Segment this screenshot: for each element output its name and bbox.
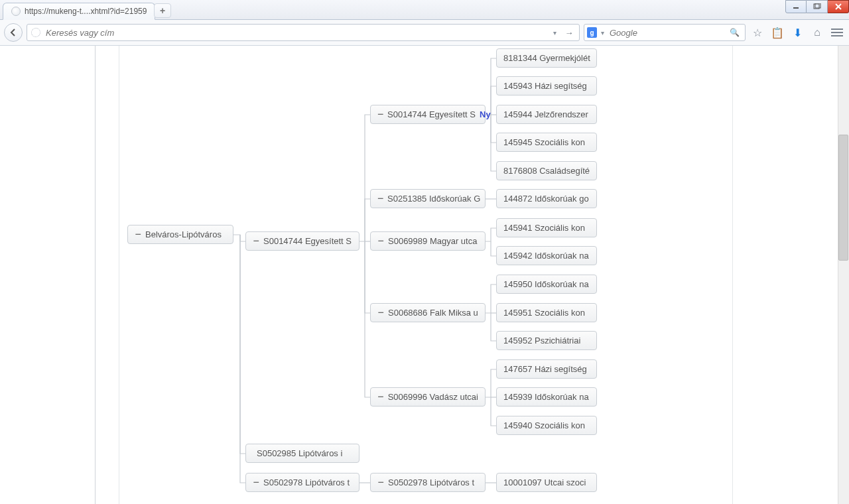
tree-leaf[interactable]: 145943 Házi segítség	[496, 76, 597, 95]
tree-leaf[interactable]: 147657 Házi segítség	[496, 359, 597, 379]
tree-node-root[interactable]: − Belváros-Lipótváros	[127, 225, 233, 244]
tree-node-l1a[interactable]: − S0014744 Egyesített S	[245, 231, 359, 251]
tab-title: https://mukeng-t....xhtml?id=21959	[25, 7, 147, 16]
node-label: 145944 Jelzőrendszer	[503, 109, 588, 119]
node-label: 8176808 Családsegíté	[503, 166, 590, 176]
tree-leaf[interactable]: 8176808 Családsegíté	[496, 161, 597, 180]
collapse-icon[interactable]: −	[253, 236, 259, 246]
window-close-button[interactable]	[828, 0, 849, 13]
tree-node-l2e[interactable]: − S0069996 Vadász utcai	[370, 387, 486, 407]
tree-leaf[interactable]: 145952 Pszichiátriai	[496, 331, 597, 350]
tree-leaf[interactable]: 145950 Időskorúak na	[496, 275, 597, 294]
collapse-icon[interactable]: −	[377, 392, 384, 402]
node-label: S0068686 Falk Miksa u	[388, 308, 478, 318]
minimize-icon	[793, 4, 799, 9]
tree-node-l2a[interactable]: − S0014744 Egyesített S Ny	[370, 105, 486, 124]
tree-node-l2d[interactable]: − S0068686 Falk Miksa u	[370, 303, 486, 322]
tree-leaf[interactable]: 145951 Szociális kon	[496, 303, 597, 322]
collapse-icon[interactable]: −	[377, 194, 383, 204]
collapse-icon[interactable]: −	[135, 229, 141, 239]
tree-leaf[interactable]: 145939 Időskorúak na	[496, 387, 597, 407]
node-label: S0502985 Lipótváros i	[257, 448, 342, 458]
node-label: S0014744 Egyesített S	[263, 236, 352, 246]
clipboard-icon: 📋	[771, 27, 784, 39]
maximize-icon	[813, 3, 821, 10]
tree-node-l2b[interactable]: − S0251385 Időskorúak G	[370, 189, 486, 208]
browser-tab[interactable]: https://mukeng-t....xhtml?id=21959	[3, 3, 155, 20]
node-label: 147657 Házi segítség	[503, 364, 587, 374]
tree-leaf[interactable]: 10001097 Utcai szoci	[496, 473, 597, 492]
tab-strip: https://mukeng-t....xhtml?id=21959 +	[0, 0, 849, 20]
close-icon	[834, 3, 842, 10]
node-label: Belváros-Lipótváros	[145, 229, 222, 239]
google-icon: g	[587, 27, 597, 38]
arrow-left-icon	[9, 28, 18, 37]
tree-node-l2f[interactable]: − S0502978 Lipótváros t	[370, 473, 486, 492]
window-minimize-button[interactable]	[785, 0, 807, 13]
chevron-down-icon[interactable]: ▾	[551, 29, 559, 36]
collapse-icon[interactable]: −	[377, 477, 384, 487]
tree-leaf[interactable]: 145944 Jelzőrendszer	[496, 105, 597, 124]
node-label: S0502978 Lipótváros t	[263, 477, 350, 487]
scrollbar[interactable]	[838, 46, 849, 504]
downloads-button[interactable]: ⬇	[789, 25, 805, 40]
node-label: 145940 Szociális kon	[503, 420, 585, 430]
tree-leaf[interactable]: 145945 Szociális kon	[496, 133, 597, 152]
search-icon[interactable]: 🔍	[727, 28, 742, 37]
search-input[interactable]	[608, 27, 723, 38]
node-label: S0014744 Egyesített S	[387, 109, 476, 119]
page-icon	[11, 7, 21, 16]
node-label: S0069996 Vadász utcai	[388, 392, 478, 402]
library-button[interactable]: 📋	[769, 25, 785, 40]
badge-ny: Ny	[480, 109, 491, 119]
download-icon: ⬇	[793, 27, 802, 39]
node-label: 145952 Pszichiátriai	[503, 336, 580, 346]
tree-node-l2c[interactable]: − S0069989 Magyar utca	[370, 231, 486, 251]
back-button[interactable]	[4, 23, 23, 42]
node-label: 145951 Szociális kon	[503, 308, 585, 318]
home-button[interactable]: ⌂	[809, 25, 825, 40]
node-label: 8181344 Gyermekjólét	[503, 53, 590, 63]
url-box[interactable]: ▾ →	[27, 24, 580, 41]
scrollbar-thumb[interactable]	[838, 135, 848, 261]
node-label: 10001097 Utcai szoci	[503, 477, 586, 487]
collapse-icon[interactable]: −	[253, 477, 259, 487]
collapse-icon[interactable]: −	[377, 236, 384, 246]
globe-icon	[31, 28, 40, 37]
node-label: 145939 Időskorúak na	[503, 392, 589, 402]
node-label: S0502978 Lipótváros t	[388, 477, 474, 487]
home-icon: ⌂	[814, 27, 820, 38]
node-label: S0251385 Időskorúak G	[387, 194, 480, 204]
node-label: 145945 Szociális kon	[503, 137, 585, 147]
bookmark-button[interactable]: ☆	[750, 25, 765, 40]
hamburger-icon	[830, 26, 844, 39]
menu-button[interactable]	[829, 25, 845, 40]
search-box[interactable]: g ▾ 🔍	[584, 24, 746, 41]
tree-node-l1b[interactable]: S0502985 Lipótváros i	[245, 444, 359, 463]
new-tab-button[interactable]: +	[154, 3, 171, 18]
chevron-down-icon[interactable]: ▾	[601, 29, 604, 36]
tree-leaf[interactable]: 145941 Szociális kon	[496, 218, 597, 237]
tree-node-l1c[interactable]: − S0502978 Lipótváros t	[245, 473, 359, 492]
go-button[interactable]: →	[563, 27, 575, 38]
tree-leaf[interactable]: 144872 Időskorúak go	[496, 189, 597, 208]
node-label: 145942 Időskorúak na	[503, 251, 589, 261]
tree-leaf[interactable]: 8181344 Gyermekjólét	[496, 48, 597, 68]
window-maximize-button[interactable]	[807, 0, 828, 13]
tree-leaf[interactable]: 145942 Időskorúak na	[496, 246, 597, 265]
tree-leaf[interactable]: 145940 Szociális kon	[496, 416, 597, 435]
node-label: S0069989 Magyar utca	[388, 236, 477, 246]
nav-bar: ▾ → g ▾ 🔍 ☆ 📋 ⬇ ⌂	[0, 20, 849, 46]
url-input[interactable]	[44, 27, 547, 38]
collapse-icon[interactable]: −	[377, 109, 383, 119]
panel-border	[95, 46, 96, 504]
node-label: 145950 Időskorúak na	[503, 279, 589, 289]
node-label: 144872 Időskorúak go	[503, 194, 589, 204]
node-label: 145941 Szociális kon	[503, 223, 585, 233]
star-icon: ☆	[753, 27, 762, 39]
collapse-icon[interactable]: −	[377, 308, 384, 318]
node-label: 145943 Házi segítség	[503, 81, 587, 91]
